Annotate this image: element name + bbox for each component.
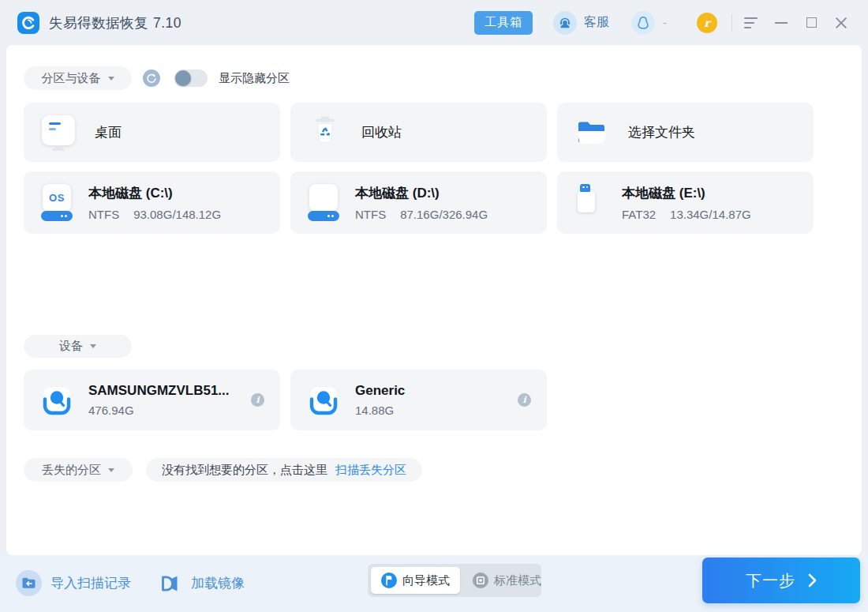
app-logo-icon	[17, 12, 39, 34]
info-icon[interactable]: i	[518, 393, 531, 407]
app-version: 7.10	[153, 15, 181, 31]
wizard-mode-tab[interactable]: 向导模式	[371, 567, 460, 594]
standard-mode-tab[interactable]: 标准模式	[460, 567, 554, 594]
disk-filesystem: NTFS	[355, 208, 386, 221]
partitions-dropdown[interactable]: 分区与设备	[24, 66, 132, 90]
card-disk-d[interactable]: 本地磁盘 (D:\) NTFS 87.16G/326.94G	[290, 171, 547, 234]
support-button[interactable]: 客服	[553, 11, 609, 35]
disk-filesystem: NTFS	[88, 208, 119, 221]
scan-lost-partitions-link[interactable]: 扫描丢失分区	[335, 463, 406, 478]
device-name: SAMSUNGMZVLB51...	[88, 383, 230, 399]
load-image-icon	[156, 570, 182, 596]
folder-icon	[574, 118, 609, 150]
chevron-down-icon	[108, 468, 114, 472]
lost-partition-hint: 没有找到想要的分区，点击这里 扫描丢失分区	[146, 458, 422, 482]
next-button[interactable]: 下一步	[702, 558, 860, 603]
devices-dropdown-label: 设备	[59, 339, 83, 354]
import-scan-label: 导入扫描记录	[51, 574, 131, 592]
os-disk-icon: OS	[41, 184, 73, 221]
chevron-down-icon	[90, 344, 96, 348]
avatar[interactable]: r	[697, 13, 717, 33]
desktop-icon	[41, 114, 76, 152]
app-title-text: 失易得数据恢复	[49, 15, 148, 31]
disk-name: 本地磁盘 (E:\)	[622, 184, 751, 202]
avatar-glyph: r	[704, 17, 709, 28]
card-device-generic[interactable]: Generic 14.88G i	[290, 370, 547, 430]
disk-name: 本地磁盘 (C:\)	[88, 184, 221, 202]
qq-penguin-icon	[631, 11, 655, 35]
import-folder-icon	[16, 570, 42, 596]
app-window: 失易得数据恢复7.10 工具箱 客服	[0, 0, 868, 612]
disk-filesystem: FAT32	[622, 208, 656, 221]
chevron-down-icon	[108, 77, 114, 81]
close-button[interactable]	[830, 12, 852, 34]
info-icon[interactable]: i	[251, 393, 264, 407]
lost-partition-hint-text: 没有找到想要的分区，点击这里	[162, 463, 327, 478]
hdd-device-icon	[308, 385, 339, 416]
lost-partitions-dropdown[interactable]: 丢失的分区	[24, 458, 133, 482]
partitions-dropdown-label: 分区与设备	[42, 71, 101, 86]
support-label: 客服	[584, 14, 609, 31]
recycle-bin-icon	[308, 114, 342, 152]
refresh-icon	[146, 73, 157, 84]
wizard-mode-label: 向导模式	[402, 573, 450, 588]
toggle-knob	[175, 70, 191, 86]
load-image-label: 加载镜像	[191, 574, 245, 592]
lost-partitions-dropdown-label: 丢失的分区	[42, 463, 101, 478]
hdd-device-icon	[41, 385, 73, 416]
next-label: 下一步	[746, 570, 795, 591]
standard-mode-label: 标准模式	[494, 573, 541, 588]
card-device-samsung[interactable]: SAMSUNGMZVLB51... 476.94G i	[24, 370, 280, 430]
disk-size: 93.08G/148.12G	[133, 208, 221, 221]
titlebar: 失易得数据恢复7.10 工具箱 客服	[0, 0, 868, 45]
card-desktop-label: 桌面	[95, 123, 122, 141]
qq-status: -	[663, 16, 667, 29]
headset-icon	[553, 11, 577, 35]
card-disk-c[interactable]: OS 本地磁盘 (C:\) NTFS 93.08G/148.12G	[24, 171, 280, 234]
disk-size: 87.16G/326.94G	[400, 208, 488, 221]
main-panel: 分区与设备 显示隐藏分区 桌面	[6, 45, 862, 555]
disk-icon	[308, 184, 339, 221]
minimize-button[interactable]	[770, 12, 792, 34]
menu-icon[interactable]	[740, 12, 762, 34]
disk-size: 13.34G/14.87G	[670, 208, 751, 221]
show-hidden-toggle[interactable]	[174, 69, 208, 87]
footer-bar: 导入扫描记录 加载镜像 向导模式	[0, 555, 868, 612]
app-title: 失易得数据恢复7.10	[49, 13, 181, 32]
card-desktop[interactable]: 桌面	[24, 103, 280, 162]
import-scan-button[interactable]: 导入扫描记录	[16, 570, 131, 596]
qq-button[interactable]: -	[631, 11, 667, 35]
titlebar-separator	[731, 14, 732, 32]
card-choose-folder[interactable]: 选择文件夹	[557, 103, 814, 162]
toolbox-button[interactable]: 工具箱	[474, 11, 533, 35]
mode-switch: 向导模式 标准模式	[368, 564, 541, 597]
os-badge: OS	[49, 192, 65, 204]
device-name: Generic	[355, 383, 405, 399]
devices-dropdown[interactable]: 设备	[24, 335, 132, 358]
square-icon	[473, 573, 488, 588]
chevron-right-icon	[808, 573, 817, 588]
card-disk-e[interactable]: 本地磁盘 (E:\) FAT32 13.34G/14.87G	[557, 171, 814, 234]
device-size: 14.88G	[355, 404, 405, 417]
card-choose-folder-label: 选择文件夹	[628, 123, 695, 141]
disk-name: 本地磁盘 (D:\)	[355, 184, 488, 202]
refresh-button[interactable]	[143, 69, 160, 87]
card-recycle-bin[interactable]: 回收站	[290, 103, 547, 162]
card-recycle-bin-label: 回收站	[361, 123, 402, 141]
usb-stick-icon	[574, 184, 606, 221]
flag-icon	[381, 573, 397, 588]
maximize-button[interactable]	[800, 12, 822, 34]
show-hidden-label: 显示隐藏分区	[219, 71, 290, 86]
device-size: 476.94G	[88, 404, 230, 417]
load-image-button[interactable]: 加载镜像	[156, 570, 245, 596]
